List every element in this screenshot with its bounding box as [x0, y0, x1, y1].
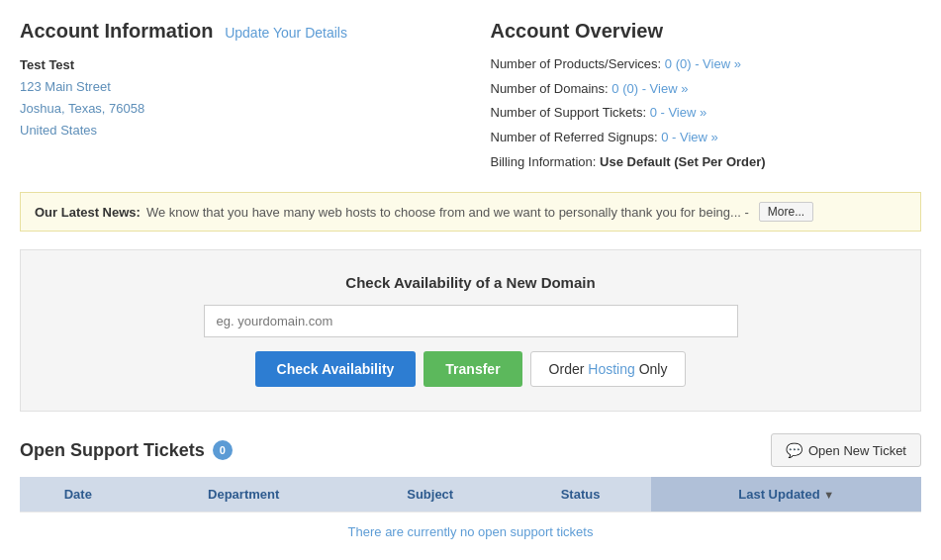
last-updated-label: Last Updated	[738, 487, 819, 502]
overview-row-billing: Billing Information: Use Default (Set Pe…	[491, 150, 922, 175]
col-subject: Subject	[351, 477, 510, 513]
domain-search-input[interactable]	[204, 305, 738, 337]
page-wrapper: Account Information Update Your Details …	[0, 0, 941, 551]
check-availability-button[interactable]: Check Availability	[255, 351, 417, 387]
news-text: We know that you have many web hosts to …	[146, 205, 749, 220]
domains-value[interactable]: 0 (0) - View »	[612, 81, 688, 96]
col-status: Status	[510, 477, 652, 513]
address-line2: Joshua, Texas, 76058	[20, 98, 451, 120]
support-heading: Open Support Tickets	[20, 440, 205, 461]
address-line1: 123 Main Street	[20, 76, 451, 98]
col-last-updated[interactable]: Last Updated ▼	[651, 477, 921, 513]
sort-arrow-icon: ▼	[823, 489, 834, 501]
referrals-value[interactable]: 0 - View »	[661, 130, 718, 144]
tickets-label: Number of Support Tickets:	[491, 105, 650, 120]
referrals-label: Number of Referred Signups:	[491, 130, 662, 144]
domains-label: Number of Domains:	[491, 81, 612, 96]
billing-value: Use Default (Set Per Order)	[600, 154, 766, 169]
products-label: Number of Products/Services:	[491, 56, 665, 71]
transfer-button[interactable]: Transfer	[423, 351, 521, 387]
account-overview-panel: Account Overview Number of Products/Serv…	[491, 20, 922, 174]
account-info-heading: Account Information	[20, 20, 214, 42]
news-label: Our Latest News:	[35, 205, 141, 220]
domain-input-wrapper	[41, 305, 900, 351]
domain-check-section: Check Availability of a New Domain Check…	[20, 249, 921, 412]
table-header-row: Date Department Subject Status Last Upda…	[20, 477, 921, 513]
account-overview-heading: Account Overview	[491, 20, 922, 43]
no-tickets-row: There are currently no open support tick…	[20, 513, 921, 552]
tickets-table: Date Department Subject Status Last Upda…	[20, 477, 921, 551]
billing-label: Billing Information:	[491, 154, 597, 169]
no-tickets-message: There are currently no open support tick…	[20, 513, 921, 552]
hosting-prefix: Order	[549, 361, 589, 377]
overview-row-products: Number of Products/Services: 0 (0) - Vie…	[491, 52, 922, 77]
news-more-button[interactable]: More...	[759, 202, 813, 222]
order-hosting-button[interactable]: Order Hosting Only	[530, 351, 687, 387]
ticket-icon: 💬	[786, 442, 802, 458]
domain-check-heading: Check Availability of a New Domain	[41, 274, 900, 291]
account-name: Test Test	[20, 54, 451, 76]
support-title: Open Support Tickets 0	[20, 440, 233, 461]
support-header: Open Support Tickets 0 💬 Open New Ticket	[20, 433, 921, 467]
hosting-suffix: Only	[635, 361, 668, 377]
domain-action-buttons: Check Availability Transfer Order Hostin…	[41, 351, 900, 387]
top-section: Account Information Update Your Details …	[20, 20, 921, 174]
tickets-value[interactable]: 0 - View »	[650, 105, 707, 120]
new-ticket-label: Open New Ticket	[808, 443, 906, 458]
support-tickets-section: Open Support Tickets 0 💬 Open New Ticket…	[20, 433, 921, 551]
open-tickets-badge: 0	[213, 440, 233, 460]
update-details-link[interactable]: Update Your Details	[225, 25, 347, 41]
overview-row-domains: Number of Domains: 0 (0) - View »	[491, 77, 922, 102]
account-address: Test Test 123 Main Street Joshua, Texas,…	[20, 54, 451, 141]
col-date: Date	[20, 477, 137, 513]
account-info-panel: Account Information Update Your Details …	[20, 20, 451, 174]
overview-rows: Number of Products/Services: 0 (0) - Vie…	[491, 52, 922, 174]
open-new-ticket-button[interactable]: 💬 Open New Ticket	[771, 433, 921, 467]
overview-row-tickets: Number of Support Tickets: 0 - View »	[491, 101, 922, 126]
account-info-header: Account Information Update Your Details	[20, 20, 451, 43]
overview-row-referrals: Number of Referred Signups: 0 - View »	[491, 126, 922, 150]
address-line3: United States	[20, 120, 451, 141]
products-value[interactable]: 0 (0) - View »	[665, 56, 741, 71]
news-banner: Our Latest News: We know that you have m…	[20, 192, 921, 232]
col-department: Department	[137, 477, 351, 513]
hosting-link[interactable]: Hosting	[588, 361, 634, 377]
